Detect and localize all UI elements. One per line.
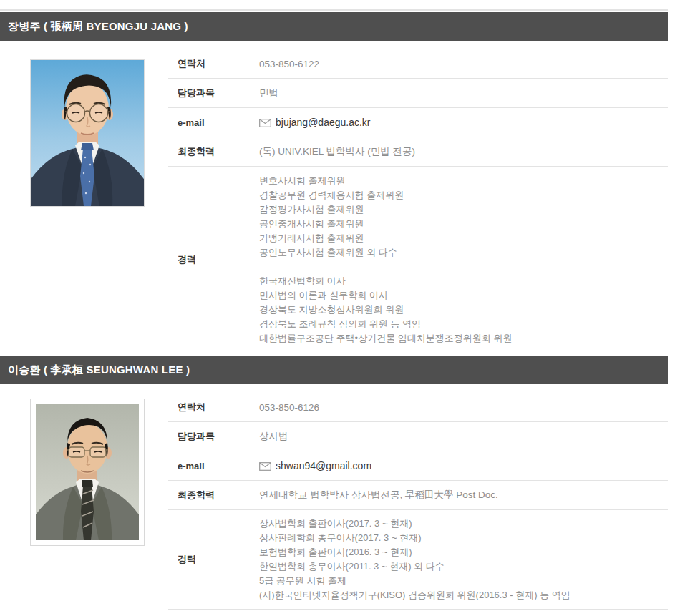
envelope-icon xyxy=(259,462,271,471)
table-row-subject: 담당과목 민법 xyxy=(168,79,668,108)
profile-section-lee: 이승환 ( 李承桓 SEUNGHWAN LEE ) xyxy=(0,356,668,610)
profile-section-jang: 장병주 ( 張柄周 BYEONGJU JANG ) xyxy=(0,12,668,353)
email-text: bjujang@daegu.ac.kr xyxy=(276,117,371,128)
professor-photo xyxy=(30,399,145,546)
career-list: 상사법학회 출판이사(2017. 3 ~ 현재) 상사판례학회 총무이사(201… xyxy=(259,517,570,602)
field-label: 연락처 xyxy=(168,401,259,414)
career-list: 변호사시험 출제위원 경찰공무원 경력채용시험 출제위원 감정평가사시험 출제위… xyxy=(259,174,512,346)
field-label: 경력 xyxy=(168,553,259,566)
table-row-email: e-mail bjujang@daegu.ac.kr xyxy=(168,108,668,137)
email-link[interactable]: bjujang@daegu.ac.kr xyxy=(259,117,371,128)
profile-info-table: 연락처 053-850-6126 담당과목 상사법 e-mail shwan94… xyxy=(168,393,668,610)
profile-content: 연락처 053-850-6126 담당과목 상사법 e-mail shwan94… xyxy=(0,384,668,610)
field-label: 담당과목 xyxy=(168,87,259,99)
envelope-icon xyxy=(259,119,271,127)
top-divider xyxy=(0,9,668,11)
field-label: 경력 xyxy=(168,253,259,266)
field-value: 상사법 xyxy=(259,430,288,443)
portrait-illustration-icon xyxy=(36,404,139,540)
field-value: 053-850-6122 xyxy=(259,59,319,69)
table-row-education: 최종학력 연세대학교 법학박사 상사법전공, 早稻田大學 Post Doc. xyxy=(168,481,668,510)
profile-info-table: 연락처 053-850-6122 담당과목 민법 e-mail bjujang@… xyxy=(168,49,668,353)
table-row-career: 경력 변호사시험 출제위원 경찰공무원 경력채용시험 출제위원 감정평가사시험 … xyxy=(168,167,668,353)
field-value: 민법 xyxy=(259,87,278,99)
table-row-subject: 담당과목 상사법 xyxy=(168,422,668,451)
faculty-profile-page: 장병주 ( 張柄周 BYEONGJU JANG ) xyxy=(0,9,668,610)
portrait-illustration-icon xyxy=(31,60,144,206)
profile-name-header: 이승환 ( 李承桓 SEUNGHWAN LEE ) xyxy=(0,356,668,384)
email-link[interactable]: shwan94@gmail.com xyxy=(259,460,371,471)
field-value: 053-850-6126 xyxy=(259,402,319,413)
profile-name-header: 장병주 ( 張柄周 BYEONGJU JANG ) xyxy=(0,12,668,41)
field-label: 연락처 xyxy=(168,57,259,70)
field-value: (독) UNIV.KIEL 법학박사 (민법 전공) xyxy=(259,145,415,158)
table-row-education: 최종학력 (독) UNIV.KIEL 법학박사 (민법 전공) xyxy=(168,137,668,167)
field-label: e-mail xyxy=(168,117,259,128)
field-label: 담당과목 xyxy=(168,430,259,443)
profile-content: 연락처 053-850-6122 담당과목 민법 e-mail bjujang@… xyxy=(0,41,668,353)
table-row-contact: 연락처 053-850-6126 xyxy=(168,393,668,422)
photo-column xyxy=(0,393,168,610)
photo-column xyxy=(0,49,168,353)
table-row-email: e-mail shwan94@gmail.com xyxy=(168,451,668,481)
field-value: 연세대학교 법학박사 상사법전공, 早稻田大學 Post Doc. xyxy=(259,489,498,502)
email-text: shwan94@gmail.com xyxy=(276,460,371,471)
table-row-contact: 연락처 053-850-6122 xyxy=(168,49,668,79)
professor-photo xyxy=(30,59,145,207)
field-label: e-mail xyxy=(168,461,259,471)
table-row-career: 경력 상사법학회 출판이사(2017. 3 ~ 현재) 상사판례학회 총무이사(… xyxy=(168,510,668,610)
field-label: 최종학력 xyxy=(168,145,259,158)
field-label: 최종학력 xyxy=(168,489,259,502)
